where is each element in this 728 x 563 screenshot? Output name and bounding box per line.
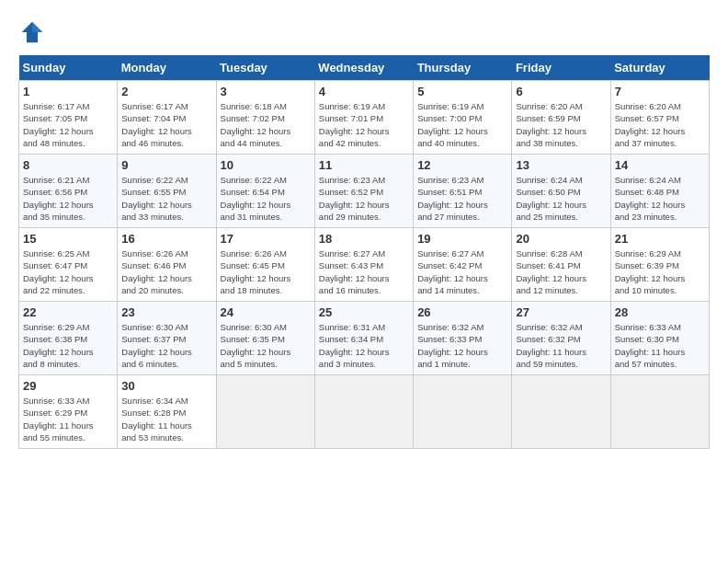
day-info: Sunrise: 6:17 AM Sunset: 7:05 PM Dayligh…: [23, 100, 113, 149]
weekday-header-friday: Friday: [512, 55, 610, 81]
day-number: 13: [516, 158, 606, 172]
day-number: 12: [417, 158, 507, 172]
day-info: Sunrise: 6:25 AM Sunset: 6:47 PM Dayligh…: [23, 247, 113, 296]
weekday-header-wednesday: Wednesday: [314, 55, 413, 81]
calendar-cell: 24Sunrise: 6:30 AM Sunset: 6:35 PM Dayli…: [216, 302, 314, 375]
calendar-cell: 7Sunrise: 6:20 AM Sunset: 6:57 PM Daylig…: [610, 81, 709, 155]
day-info: Sunrise: 6:23 AM Sunset: 6:52 PM Dayligh…: [319, 174, 409, 223]
calendar-cell: 8Sunrise: 6:21 AM Sunset: 6:56 PM Daylig…: [19, 155, 118, 228]
calendar-cell: [610, 375, 709, 449]
calendar-week-4: 22Sunrise: 6:29 AM Sunset: 6:38 PM Dayli…: [19, 302, 710, 375]
day-number: 11: [319, 158, 409, 172]
calendar-cell: 9Sunrise: 6:22 AM Sunset: 6:55 PM Daylig…: [118, 155, 216, 228]
day-info: Sunrise: 6:31 AM Sunset: 6:34 PM Dayligh…: [319, 321, 409, 370]
day-info: Sunrise: 6:20 AM Sunset: 6:57 PM Dayligh…: [615, 100, 705, 149]
day-info: Sunrise: 6:33 AM Sunset: 6:30 PM Dayligh…: [615, 321, 705, 370]
svg-marker-1: [32, 22, 42, 32]
day-number: 19: [417, 232, 507, 246]
calendar-cell: 20Sunrise: 6:28 AM Sunset: 6:41 PM Dayli…: [512, 228, 610, 302]
calendar-cell: 6Sunrise: 6:20 AM Sunset: 6:59 PM Daylig…: [512, 81, 610, 155]
calendar-cell: 5Sunrise: 6:19 AM Sunset: 7:00 PM Daylig…: [414, 81, 512, 155]
weekday-header-sunday: Sunday: [19, 55, 118, 81]
day-info: Sunrise: 6:22 AM Sunset: 6:54 PM Dayligh…: [221, 174, 311, 223]
day-number: 9: [121, 158, 211, 172]
calendar-cell: 10Sunrise: 6:22 AM Sunset: 6:54 PM Dayli…: [216, 155, 314, 228]
day-info: Sunrise: 6:17 AM Sunset: 7:04 PM Dayligh…: [121, 100, 211, 149]
logo: [18, 18, 50, 46]
calendar-cell: [414, 375, 512, 449]
day-number: 17: [221, 232, 311, 246]
day-info: Sunrise: 6:30 AM Sunset: 6:35 PM Dayligh…: [221, 321, 311, 370]
day-number: 30: [121, 379, 211, 393]
day-info: Sunrise: 6:32 AM Sunset: 6:33 PM Dayligh…: [417, 321, 507, 370]
calendar-cell: 23Sunrise: 6:30 AM Sunset: 6:37 PM Dayli…: [118, 302, 216, 375]
day-number: 24: [221, 305, 311, 319]
calendar-cell: 25Sunrise: 6:31 AM Sunset: 6:34 PM Dayli…: [314, 302, 413, 375]
calendar-cell: 18Sunrise: 6:27 AM Sunset: 6:43 PM Dayli…: [314, 228, 413, 302]
day-info: Sunrise: 6:21 AM Sunset: 6:56 PM Dayligh…: [23, 174, 113, 223]
weekday-header-row: SundayMondayTuesdayWednesdayThursdayFrid…: [19, 55, 710, 81]
weekday-header-monday: Monday: [118, 55, 216, 81]
calendar-cell: 3Sunrise: 6:18 AM Sunset: 7:02 PM Daylig…: [216, 81, 314, 155]
calendar-cell: [216, 375, 314, 449]
day-number: 14: [615, 158, 705, 172]
day-info: Sunrise: 6:29 AM Sunset: 6:38 PM Dayligh…: [23, 321, 113, 370]
day-info: Sunrise: 6:33 AM Sunset: 6:29 PM Dayligh…: [23, 395, 113, 443]
day-number: 26: [417, 305, 507, 319]
day-number: 4: [319, 85, 409, 98]
day-number: 5: [417, 85, 507, 98]
calendar-cell: 4Sunrise: 6:19 AM Sunset: 7:01 PM Daylig…: [314, 81, 413, 155]
day-info: Sunrise: 6:20 AM Sunset: 6:59 PM Dayligh…: [516, 100, 606, 149]
calendar-cell: 17Sunrise: 6:26 AM Sunset: 6:45 PM Dayli…: [216, 228, 314, 302]
weekday-header-thursday: Thursday: [414, 55, 512, 81]
day-number: 15: [23, 232, 113, 246]
calendar-cell: [314, 375, 413, 449]
day-number: 6: [516, 85, 606, 98]
day-info: Sunrise: 6:27 AM Sunset: 6:42 PM Dayligh…: [417, 247, 507, 296]
day-number: 20: [516, 232, 606, 246]
day-number: 23: [121, 305, 211, 319]
calendar-cell: 21Sunrise: 6:29 AM Sunset: 6:39 PM Dayli…: [610, 228, 709, 302]
day-number: 29: [23, 379, 113, 393]
calendar-cell: 22Sunrise: 6:29 AM Sunset: 6:38 PM Dayli…: [19, 302, 118, 375]
calendar-cell: 16Sunrise: 6:26 AM Sunset: 6:46 PM Dayli…: [118, 228, 216, 302]
calendar-week-3: 15Sunrise: 6:25 AM Sunset: 6:47 PM Dayli…: [19, 228, 710, 302]
weekday-header-saturday: Saturday: [610, 55, 709, 81]
day-info: Sunrise: 6:29 AM Sunset: 6:39 PM Dayligh…: [615, 247, 705, 296]
calendar-table: SundayMondayTuesdayWednesdayThursdayFrid…: [18, 55, 710, 449]
calendar-cell: 1Sunrise: 6:17 AM Sunset: 7:05 PM Daylig…: [19, 81, 118, 155]
calendar-week-5: 29Sunrise: 6:33 AM Sunset: 6:29 PM Dayli…: [19, 375, 710, 449]
day-info: Sunrise: 6:19 AM Sunset: 7:01 PM Dayligh…: [319, 100, 409, 149]
day-number: 8: [23, 158, 113, 172]
day-info: Sunrise: 6:24 AM Sunset: 6:48 PM Dayligh…: [615, 174, 705, 223]
calendar-cell: 14Sunrise: 6:24 AM Sunset: 6:48 PM Dayli…: [610, 155, 709, 228]
day-number: 21: [615, 232, 705, 246]
day-number: 7: [615, 85, 705, 98]
day-number: 28: [615, 305, 705, 319]
calendar-cell: 26Sunrise: 6:32 AM Sunset: 6:33 PM Dayli…: [414, 302, 512, 375]
weekday-header-tuesday: Tuesday: [216, 55, 314, 81]
calendar-cell: 15Sunrise: 6:25 AM Sunset: 6:47 PM Dayli…: [19, 228, 118, 302]
day-info: Sunrise: 6:18 AM Sunset: 7:02 PM Dayligh…: [221, 100, 311, 149]
logo-icon: [18, 18, 46, 46]
calendar-week-2: 8Sunrise: 6:21 AM Sunset: 6:56 PM Daylig…: [19, 155, 710, 228]
day-info: Sunrise: 6:34 AM Sunset: 6:28 PM Dayligh…: [121, 395, 211, 443]
day-number: 18: [319, 232, 409, 246]
day-info: Sunrise: 6:32 AM Sunset: 6:32 PM Dayligh…: [516, 321, 606, 370]
day-info: Sunrise: 6:19 AM Sunset: 7:00 PM Dayligh…: [417, 100, 507, 149]
calendar-cell: [512, 375, 610, 449]
calendar-cell: 30Sunrise: 6:34 AM Sunset: 6:28 PM Dayli…: [118, 375, 216, 449]
calendar-cell: 11Sunrise: 6:23 AM Sunset: 6:52 PM Dayli…: [314, 155, 413, 228]
day-number: 3: [221, 85, 311, 98]
calendar-cell: 27Sunrise: 6:32 AM Sunset: 6:32 PM Dayli…: [512, 302, 610, 375]
calendar-cell: 13Sunrise: 6:24 AM Sunset: 6:50 PM Dayli…: [512, 155, 610, 228]
calendar-week-1: 1Sunrise: 6:17 AM Sunset: 7:05 PM Daylig…: [19, 81, 710, 155]
day-number: 25: [319, 305, 409, 319]
calendar-cell: 19Sunrise: 6:27 AM Sunset: 6:42 PM Dayli…: [414, 228, 512, 302]
calendar-cell: 12Sunrise: 6:23 AM Sunset: 6:51 PM Dayli…: [414, 155, 512, 228]
calendar-cell: 29Sunrise: 6:33 AM Sunset: 6:29 PM Dayli…: [19, 375, 118, 449]
day-number: 2: [121, 85, 211, 98]
day-number: 27: [516, 305, 606, 319]
day-number: 22: [23, 305, 113, 319]
day-number: 1: [23, 85, 113, 98]
